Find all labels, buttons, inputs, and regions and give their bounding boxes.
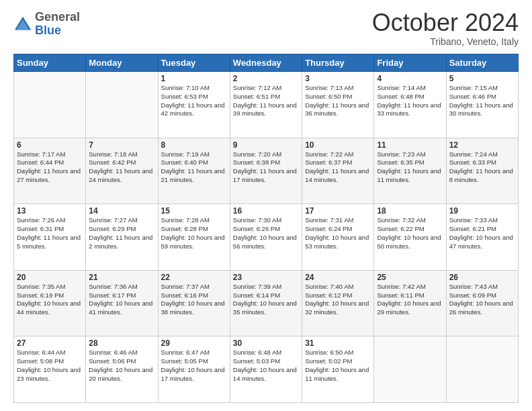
title-block: October 2024 Tribano, Veneto, Italy (372, 11, 519, 47)
calendar-week-row: 13Sunrise: 7:26 AM Sunset: 6:31 PM Dayli… (14, 204, 519, 271)
day-info: Sunrise: 7:24 AM Sunset: 6:33 PM Dayligh… (449, 150, 515, 185)
calendar-week-row: 1Sunrise: 7:10 AM Sunset: 6:53 PM Daylig… (14, 72, 519, 138)
day-number: 11 (377, 140, 443, 150)
calendar-cell: 20Sunrise: 7:35 AM Sunset: 6:19 PM Dayli… (14, 270, 86, 336)
calendar-cell: 2Sunrise: 7:12 AM Sunset: 6:51 PM Daylig… (230, 72, 302, 138)
column-header-wednesday: Wednesday (230, 54, 302, 72)
calendar-week-row: 6Sunrise: 7:17 AM Sunset: 6:44 PM Daylig… (14, 138, 519, 204)
calendar-cell: 15Sunrise: 7:28 AM Sunset: 6:28 PM Dayli… (158, 204, 230, 271)
day-number: 5 (449, 74, 515, 83)
day-info: Sunrise: 7:13 AM Sunset: 6:50 PM Dayligh… (305, 84, 371, 118)
day-number: 26 (449, 273, 515, 282)
logo-text: General Blue (35, 11, 80, 38)
calendar-cell: 16Sunrise: 7:30 AM Sunset: 6:26 PM Dayli… (230, 204, 302, 271)
calendar-cell: 28Sunrise: 6:46 AM Sunset: 5:06 PM Dayli… (86, 336, 158, 403)
day-number: 31 (305, 338, 371, 348)
day-info: Sunrise: 7:10 AM Sunset: 6:53 PM Dayligh… (161, 84, 227, 118)
calendar-cell: 18Sunrise: 7:32 AM Sunset: 6:22 PM Dayli… (374, 204, 446, 271)
calendar-cell: 30Sunrise: 6:48 AM Sunset: 5:03 PM Dayli… (230, 336, 302, 403)
day-info: Sunrise: 7:31 AM Sunset: 6:24 PM Dayligh… (305, 216, 371, 250)
day-number: 8 (161, 140, 227, 150)
day-number: 30 (233, 338, 299, 348)
day-info: Sunrise: 6:50 AM Sunset: 5:02 PM Dayligh… (305, 349, 371, 383)
day-number: 6 (17, 140, 83, 150)
calendar-table: SundayMondayTuesdayWednesdayThursdayFrid… (13, 54, 519, 403)
calendar-cell (446, 336, 518, 403)
day-number: 15 (161, 206, 227, 216)
day-info: Sunrise: 7:15 AM Sunset: 6:46 PM Dayligh… (449, 84, 515, 118)
day-info: Sunrise: 7:40 AM Sunset: 6:12 PM Dayligh… (305, 283, 371, 317)
calendar-cell: 24Sunrise: 7:40 AM Sunset: 6:12 PM Dayli… (302, 270, 374, 336)
day-info: Sunrise: 7:17 AM Sunset: 6:44 PM Dayligh… (17, 150, 83, 185)
day-info: Sunrise: 7:12 AM Sunset: 6:51 PM Dayligh… (233, 84, 299, 118)
calendar-cell: 12Sunrise: 7:24 AM Sunset: 6:33 PM Dayli… (446, 138, 518, 204)
day-info: Sunrise: 7:43 AM Sunset: 6:09 PM Dayligh… (449, 283, 515, 317)
day-info: Sunrise: 7:37 AM Sunset: 6:16 PM Dayligh… (161, 283, 227, 317)
column-header-sunday: Sunday (14, 54, 86, 72)
calendar-cell: 6Sunrise: 7:17 AM Sunset: 6:44 PM Daylig… (14, 138, 86, 204)
day-info: Sunrise: 7:39 AM Sunset: 6:14 PM Dayligh… (233, 283, 299, 317)
day-info: Sunrise: 7:14 AM Sunset: 6:48 PM Dayligh… (377, 84, 443, 118)
day-number: 29 (161, 338, 227, 348)
calendar-week-row: 20Sunrise: 7:35 AM Sunset: 6:19 PM Dayli… (14, 270, 519, 336)
day-number: 18 (377, 206, 443, 216)
day-number: 2 (233, 74, 299, 83)
calendar-cell: 27Sunrise: 6:44 AM Sunset: 5:08 PM Dayli… (14, 336, 86, 403)
day-info: Sunrise: 7:33 AM Sunset: 6:21 PM Dayligh… (449, 216, 515, 250)
calendar-cell: 3Sunrise: 7:13 AM Sunset: 6:50 PM Daylig… (302, 72, 374, 138)
logo: General Blue (13, 11, 80, 38)
column-header-tuesday: Tuesday (158, 54, 230, 72)
day-info: Sunrise: 7:42 AM Sunset: 6:11 PM Dayligh… (377, 283, 443, 317)
day-number: 4 (377, 74, 443, 83)
day-number: 7 (89, 140, 154, 150)
day-number: 14 (89, 206, 154, 216)
day-number: 28 (89, 338, 154, 348)
day-number: 10 (305, 140, 371, 150)
calendar-cell: 29Sunrise: 6:47 AM Sunset: 5:05 PM Dayli… (158, 336, 230, 403)
calendar-cell: 19Sunrise: 7:33 AM Sunset: 6:21 PM Dayli… (446, 204, 518, 271)
calendar-cell: 9Sunrise: 7:20 AM Sunset: 6:38 PM Daylig… (230, 138, 302, 204)
logo-general: General (35, 10, 80, 24)
calendar-cell: 7Sunrise: 7:18 AM Sunset: 6:42 PM Daylig… (86, 138, 158, 204)
logo-icon (13, 15, 32, 34)
day-number: 13 (17, 206, 83, 216)
calendar-cell (14, 72, 86, 138)
day-number: 23 (233, 273, 299, 282)
calendar-cell: 11Sunrise: 7:23 AM Sunset: 6:35 PM Dayli… (374, 138, 446, 204)
day-info: Sunrise: 7:28 AM Sunset: 6:28 PM Dayligh… (161, 216, 227, 250)
day-number: 9 (233, 140, 299, 150)
day-info: Sunrise: 6:46 AM Sunset: 5:06 PM Dayligh… (89, 349, 154, 383)
location: Tribano, Veneto, Italy (372, 36, 519, 47)
day-info: Sunrise: 7:36 AM Sunset: 6:17 PM Dayligh… (89, 283, 154, 317)
column-header-friday: Friday (374, 54, 446, 72)
day-number: 12 (449, 140, 515, 150)
calendar-cell (86, 72, 158, 138)
calendar-cell: 25Sunrise: 7:42 AM Sunset: 6:11 PM Dayli… (374, 270, 446, 336)
day-info: Sunrise: 7:30 AM Sunset: 6:26 PM Dayligh… (233, 216, 299, 250)
day-info: Sunrise: 7:22 AM Sunset: 6:37 PM Dayligh… (305, 150, 371, 185)
day-number: 16 (233, 206, 299, 216)
month-title: October 2024 (372, 11, 519, 35)
calendar-cell: 4Sunrise: 7:14 AM Sunset: 6:48 PM Daylig… (374, 72, 446, 138)
day-number: 25 (377, 273, 443, 282)
column-header-monday: Monday (86, 54, 158, 72)
calendar-cell: 1Sunrise: 7:10 AM Sunset: 6:53 PM Daylig… (158, 72, 230, 138)
day-info: Sunrise: 7:27 AM Sunset: 6:29 PM Dayligh… (89, 216, 154, 250)
day-number: 22 (161, 273, 227, 282)
calendar-cell: 31Sunrise: 6:50 AM Sunset: 5:02 PM Dayli… (302, 336, 374, 403)
calendar-cell (374, 336, 446, 403)
calendar-week-row: 27Sunrise: 6:44 AM Sunset: 5:08 PM Dayli… (14, 336, 519, 403)
day-number: 1 (161, 74, 227, 83)
calendar-cell: 22Sunrise: 7:37 AM Sunset: 6:16 PM Dayli… (158, 270, 230, 336)
day-info: Sunrise: 7:26 AM Sunset: 6:31 PM Dayligh… (17, 216, 83, 250)
day-info: Sunrise: 7:32 AM Sunset: 6:22 PM Dayligh… (377, 216, 443, 250)
day-info: Sunrise: 6:47 AM Sunset: 5:05 PM Dayligh… (161, 349, 227, 383)
calendar-cell: 13Sunrise: 7:26 AM Sunset: 6:31 PM Dayli… (14, 204, 86, 271)
day-number: 19 (449, 206, 515, 216)
calendar-cell: 8Sunrise: 7:19 AM Sunset: 6:40 PM Daylig… (158, 138, 230, 204)
day-number: 27 (17, 338, 83, 348)
day-info: Sunrise: 6:48 AM Sunset: 5:03 PM Dayligh… (233, 349, 299, 383)
day-info: Sunrise: 7:23 AM Sunset: 6:35 PM Dayligh… (377, 150, 443, 185)
day-info: Sunrise: 6:44 AM Sunset: 5:08 PM Dayligh… (17, 349, 83, 383)
day-number: 3 (305, 74, 371, 83)
